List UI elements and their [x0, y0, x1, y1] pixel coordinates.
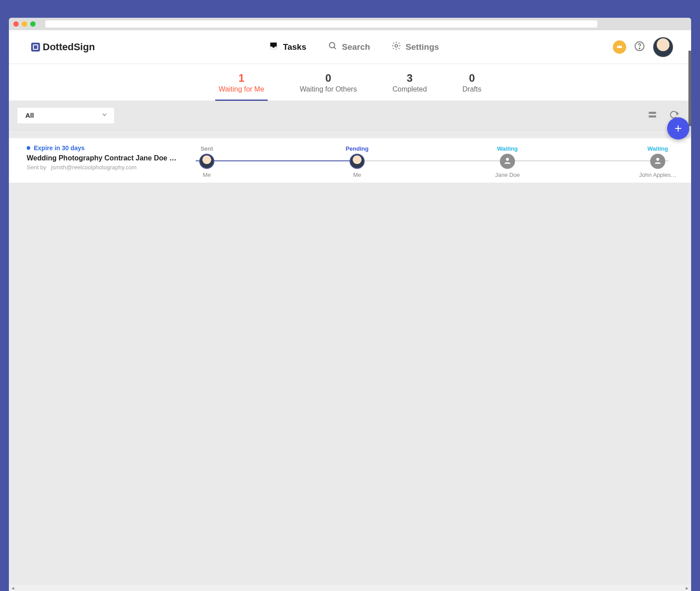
address-bar[interactable]	[45, 20, 597, 28]
signer-name: Jane Doe	[495, 172, 520, 178]
tab-waiting-for-me[interactable]: 1 Waiting for Me	[219, 72, 265, 100]
window-titlebar	[9, 18, 691, 30]
scrollbar-vertical[interactable]	[688, 51, 691, 126]
primary-nav: Tasks Search Settings	[95, 41, 613, 53]
window-controls	[13, 21, 36, 27]
svg-point-8	[656, 158, 660, 161]
minimize-window-button[interactable]	[22, 21, 27, 27]
nav-search-label: Search	[342, 42, 370, 52]
document-title: Wedding Photography Contract Jane Doe an…	[27, 154, 178, 162]
nav-tasks[interactable]: Tasks	[269, 41, 306, 53]
signer-avatar-me	[199, 154, 214, 169]
person-icon	[653, 156, 662, 167]
tab-completed[interactable]: 3 Completed	[392, 72, 426, 100]
sent-by-label: Sent by	[27, 164, 46, 171]
person-icon	[503, 156, 512, 167]
signer-name: John Apples…	[639, 172, 676, 178]
crown-icon	[616, 43, 623, 52]
svg-line-1	[334, 47, 336, 49]
signer-state: Sent	[201, 145, 213, 152]
svg-rect-6	[649, 115, 656, 117]
header-right	[613, 37, 673, 57]
expiry-badge: Expire in 30 days	[27, 144, 178, 152]
signer-step: Pending Me	[337, 145, 377, 178]
list-toolbar: All	[9, 101, 691, 130]
signer-step: Sent Me	[187, 145, 227, 178]
tab-label: Waiting for Others	[300, 85, 357, 93]
signer-step: Waiting Jane Doe	[487, 145, 527, 178]
status-tabs: 1 Waiting for Me 0 Waiting for Others 3 …	[9, 64, 691, 101]
profile-avatar-button[interactable]	[653, 37, 673, 57]
view-toggle-button[interactable]	[648, 110, 657, 121]
brand-mark-icon	[31, 43, 40, 52]
app-window: DottedSign Tasks Search Settings	[9, 18, 691, 591]
tab-count: 3	[392, 72, 426, 84]
nav-settings[interactable]: Settings	[391, 41, 439, 53]
tab-count: 0	[300, 72, 357, 84]
status-dot-icon	[27, 146, 30, 150]
new-task-fab[interactable]: +	[667, 117, 689, 140]
signer-state: Pending	[346, 145, 368, 152]
sent-by-email: jsmith@reelcoolphotography.com	[51, 164, 137, 171]
task-list: Expire in 30 days Wedding Photography Co…	[9, 130, 691, 585]
search-icon	[328, 41, 338, 53]
nav-search[interactable]: Search	[328, 41, 370, 53]
task-info: Expire in 30 days Wedding Photography Co…	[27, 144, 178, 178]
svg-point-2	[395, 44, 398, 47]
chevron-down-icon	[101, 111, 108, 120]
brand-name: DottedSign	[43, 41, 95, 53]
filter-selected-label: All	[25, 112, 34, 119]
signer-name: Me	[203, 172, 211, 178]
brand-logo[interactable]: DottedSign	[31, 41, 95, 53]
inbox-tray-icon	[269, 41, 278, 53]
signer-avatar	[650, 154, 665, 169]
signer-avatar-me	[350, 154, 365, 169]
svg-point-0	[329, 43, 334, 48]
svg-rect-5	[649, 112, 656, 114]
nav-tasks-label: Tasks	[283, 42, 306, 52]
signer-name: Me	[353, 172, 361, 178]
help-circle-icon	[634, 45, 645, 53]
tab-count: 1	[219, 72, 265, 84]
sent-by-line: Sent by jsmith@reelcoolphotography.com	[27, 164, 178, 171]
expiry-text: Expire in 30 days	[34, 144, 84, 152]
svg-point-7	[506, 158, 509, 161]
signer-state: Waiting	[648, 145, 668, 152]
signing-progress: Sent Me Pending Me Waiting	[187, 144, 678, 178]
tab-waiting-for-others[interactable]: 0 Waiting for Others	[300, 72, 357, 100]
maximize-window-button[interactable]	[30, 21, 36, 27]
signer-step: Waiting John Apples…	[638, 145, 678, 178]
signer-avatar	[500, 154, 515, 169]
upgrade-crown-button[interactable]	[613, 40, 626, 54]
task-card[interactable]: Expire in 30 days Wedding Photography Co…	[9, 138, 691, 183]
plus-icon: +	[675, 122, 682, 135]
scroll-left-arrow-icon: ◄	[11, 586, 15, 591]
signer-state: Waiting	[497, 145, 518, 152]
tab-label: Waiting for Me	[219, 85, 265, 93]
progress-track	[196, 160, 669, 161]
tab-count: 0	[463, 72, 482, 84]
scroll-right-arrow-icon: ►	[685, 586, 689, 591]
tab-label: Drafts	[463, 85, 482, 93]
gear-icon	[391, 41, 401, 53]
list-rows-icon	[648, 113, 657, 121]
nav-settings-label: Settings	[406, 42, 439, 52]
tab-drafts[interactable]: 0 Drafts	[463, 72, 482, 100]
help-button[interactable]	[634, 41, 645, 53]
close-window-button[interactable]	[13, 21, 19, 27]
svg-point-4	[639, 48, 640, 49]
filter-dropdown[interactable]: All	[17, 107, 115, 124]
scrollbar-horizontal[interactable]: ◄ ►	[9, 585, 691, 591]
app-header: DottedSign Tasks Search Settings	[9, 30, 691, 64]
tab-label: Completed	[392, 85, 426, 93]
